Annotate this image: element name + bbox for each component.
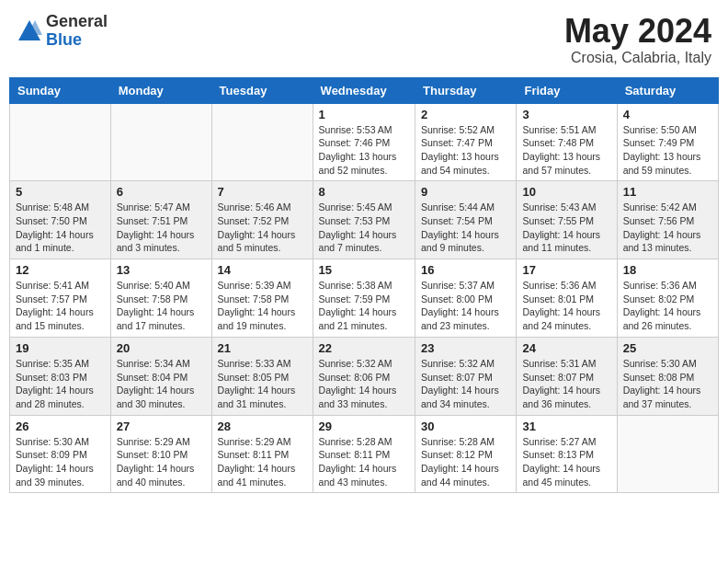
day-info: Sunrise: 5:31 AMSunset: 8:07 PMDaylight:… — [522, 357, 610, 411]
day-info: Sunrise: 5:44 AMSunset: 7:54 PMDaylight:… — [421, 201, 510, 255]
header-day-thursday: Thursday — [415, 77, 517, 103]
day-number: 25 — [623, 341, 712, 355]
day-info: Sunrise: 5:32 AMSunset: 8:06 PMDaylight:… — [319, 357, 409, 411]
day-info: Sunrise: 5:27 AMSunset: 8:13 PMDaylight:… — [522, 435, 610, 489]
day-info: Sunrise: 5:34 AMSunset: 8:04 PMDaylight:… — [117, 357, 206, 411]
calendar-cell: 22Sunrise: 5:32 AMSunset: 8:06 PMDayligh… — [313, 337, 415, 415]
calendar-cell: 11Sunrise: 5:42 AMSunset: 7:56 PMDayligh… — [617, 181, 718, 259]
calendar-cell — [10, 103, 111, 181]
day-number: 28 — [218, 419, 307, 433]
day-number: 26 — [16, 419, 105, 433]
calendar-week-1: 1Sunrise: 5:53 AMSunset: 7:46 PMDaylight… — [10, 103, 719, 181]
calendar-cell: 1Sunrise: 5:53 AMSunset: 7:46 PMDaylight… — [313, 103, 415, 181]
day-info: Sunrise: 5:50 AMSunset: 7:49 PMDaylight:… — [623, 123, 712, 178]
day-number: 9 — [421, 185, 510, 199]
day-info: Sunrise: 5:37 AMSunset: 8:00 PMDaylight:… — [421, 279, 510, 333]
logo-icon — [17, 18, 42, 44]
calendar-cell: 26Sunrise: 5:30 AMSunset: 8:09 PMDayligh… — [10, 415, 111, 493]
day-info: Sunrise: 5:30 AMSunset: 8:09 PMDaylight:… — [16, 435, 105, 489]
calendar-table: SundayMondayTuesdayWednesdayThursdayFrid… — [9, 77, 719, 494]
header-day-wednesday: Wednesday — [313, 77, 415, 103]
day-number: 30 — [421, 419, 510, 433]
calendar-cell: 12Sunrise: 5:41 AMSunset: 7:57 PMDayligh… — [10, 259, 111, 338]
header-row: SundayMondayTuesdayWednesdayThursdayFrid… — [10, 77, 719, 103]
day-number: 5 — [16, 185, 105, 199]
day-number: 10 — [522, 185, 610, 199]
day-number: 8 — [319, 185, 409, 199]
day-info: Sunrise: 5:47 AMSunset: 7:51 PMDaylight:… — [117, 201, 206, 255]
calendar-cell: 28Sunrise: 5:29 AMSunset: 8:11 PMDayligh… — [211, 415, 313, 493]
day-number: 13 — [117, 263, 206, 277]
day-number: 24 — [522, 341, 610, 355]
calendar-cell: 31Sunrise: 5:27 AMSunset: 8:13 PMDayligh… — [517, 415, 617, 493]
day-info: Sunrise: 5:36 AMSunset: 8:02 PMDaylight:… — [623, 279, 712, 333]
title-section: May 2024 Crosia, Calabria, Italy — [564, 13, 711, 66]
calendar-cell: 17Sunrise: 5:36 AMSunset: 8:01 PMDayligh… — [517, 259, 617, 338]
day-number: 2 — [421, 108, 510, 121]
calendar-cell: 13Sunrise: 5:40 AMSunset: 7:58 PMDayligh… — [110, 259, 211, 338]
day-info: Sunrise: 5:38 AMSunset: 7:59 PMDaylight:… — [319, 279, 409, 333]
calendar-week-4: 19Sunrise: 5:35 AMSunset: 8:03 PMDayligh… — [10, 337, 719, 415]
location-subtitle: Crosia, Calabria, Italy — [564, 50, 711, 66]
logo-general-text: General — [46, 13, 108, 31]
day-info: Sunrise: 5:46 AMSunset: 7:52 PMDaylight:… — [218, 201, 307, 255]
day-number: 6 — [117, 185, 206, 199]
day-number: 22 — [319, 341, 409, 355]
day-number: 12 — [16, 263, 105, 277]
calendar-cell — [617, 415, 718, 493]
header-day-sunday: Sunday — [10, 77, 111, 103]
calendar-cell: 21Sunrise: 5:33 AMSunset: 8:05 PMDayligh… — [211, 337, 313, 415]
calendar-cell: 14Sunrise: 5:39 AMSunset: 7:58 PMDayligh… — [211, 259, 313, 338]
header-day-monday: Monday — [110, 77, 211, 103]
day-info: Sunrise: 5:28 AMSunset: 8:11 PMDaylight:… — [319, 435, 409, 489]
day-number: 3 — [522, 108, 610, 121]
day-info: Sunrise: 5:52 AMSunset: 7:47 PMDaylight:… — [421, 123, 510, 178]
day-info: Sunrise: 5:45 AMSunset: 7:53 PMDaylight:… — [319, 201, 409, 255]
calendar-cell: 3Sunrise: 5:51 AMSunset: 7:48 PMDaylight… — [517, 103, 617, 181]
day-info: Sunrise: 5:28 AMSunset: 8:12 PMDaylight:… — [421, 435, 510, 489]
calendar-cell: 5Sunrise: 5:48 AMSunset: 7:50 PMDaylight… — [10, 181, 111, 259]
calendar-cell: 8Sunrise: 5:45 AMSunset: 7:53 PMDaylight… — [313, 181, 415, 259]
calendar-cell: 19Sunrise: 5:35 AMSunset: 8:03 PMDayligh… — [10, 337, 111, 415]
page-header: General Blue May 2024 Crosia, Calabria, … — [9, 9, 719, 70]
calendar-cell — [211, 103, 313, 181]
calendar-cell: 23Sunrise: 5:32 AMSunset: 8:07 PMDayligh… — [415, 337, 517, 415]
logo-blue-text: Blue — [46, 31, 108, 50]
calendar-cell: 7Sunrise: 5:46 AMSunset: 7:52 PMDaylight… — [211, 181, 313, 259]
day-info: Sunrise: 5:42 AMSunset: 7:56 PMDaylight:… — [623, 201, 712, 255]
day-number: 1 — [319, 108, 409, 121]
calendar-cell: 27Sunrise: 5:29 AMSunset: 8:10 PMDayligh… — [110, 415, 211, 493]
day-number: 21 — [218, 341, 307, 355]
calendar-cell: 6Sunrise: 5:47 AMSunset: 7:51 PMDaylight… — [110, 181, 211, 259]
day-info: Sunrise: 5:43 AMSunset: 7:55 PMDaylight:… — [522, 201, 610, 255]
day-info: Sunrise: 5:33 AMSunset: 8:05 PMDaylight:… — [218, 357, 307, 411]
calendar-cell: 10Sunrise: 5:43 AMSunset: 7:55 PMDayligh… — [517, 181, 617, 259]
day-info: Sunrise: 5:32 AMSunset: 8:07 PMDaylight:… — [421, 357, 510, 411]
calendar-cell: 16Sunrise: 5:37 AMSunset: 8:00 PMDayligh… — [415, 259, 517, 338]
calendar-cell — [110, 103, 211, 181]
calendar-week-3: 12Sunrise: 5:41 AMSunset: 7:57 PMDayligh… — [10, 259, 719, 338]
logo: General Blue — [17, 13, 108, 50]
day-number: 29 — [319, 419, 409, 433]
day-number: 20 — [117, 341, 206, 355]
day-number: 7 — [218, 185, 307, 199]
day-info: Sunrise: 5:29 AMSunset: 8:10 PMDaylight:… — [117, 435, 206, 489]
day-number: 17 — [522, 263, 610, 277]
day-number: 11 — [623, 185, 712, 199]
day-number: 16 — [421, 263, 510, 277]
day-info: Sunrise: 5:39 AMSunset: 7:58 PMDaylight:… — [218, 279, 307, 333]
calendar-cell: 2Sunrise: 5:52 AMSunset: 7:47 PMDaylight… — [415, 103, 517, 181]
day-number: 18 — [623, 263, 712, 277]
calendar-cell: 18Sunrise: 5:36 AMSunset: 8:02 PMDayligh… — [617, 259, 718, 338]
day-number: 4 — [623, 108, 712, 121]
day-info: Sunrise: 5:51 AMSunset: 7:48 PMDaylight:… — [522, 123, 610, 178]
day-number: 27 — [117, 419, 206, 433]
calendar-cell: 20Sunrise: 5:34 AMSunset: 8:04 PMDayligh… — [110, 337, 211, 415]
logo-text: General Blue — [46, 13, 108, 50]
day-info: Sunrise: 5:29 AMSunset: 8:11 PMDaylight:… — [218, 435, 307, 489]
day-info: Sunrise: 5:30 AMSunset: 8:08 PMDaylight:… — [623, 357, 712, 411]
day-number: 31 — [522, 419, 610, 433]
day-number: 19 — [16, 341, 105, 355]
calendar-cell: 30Sunrise: 5:28 AMSunset: 8:12 PMDayligh… — [415, 415, 517, 493]
day-info: Sunrise: 5:41 AMSunset: 7:57 PMDaylight:… — [16, 279, 105, 333]
